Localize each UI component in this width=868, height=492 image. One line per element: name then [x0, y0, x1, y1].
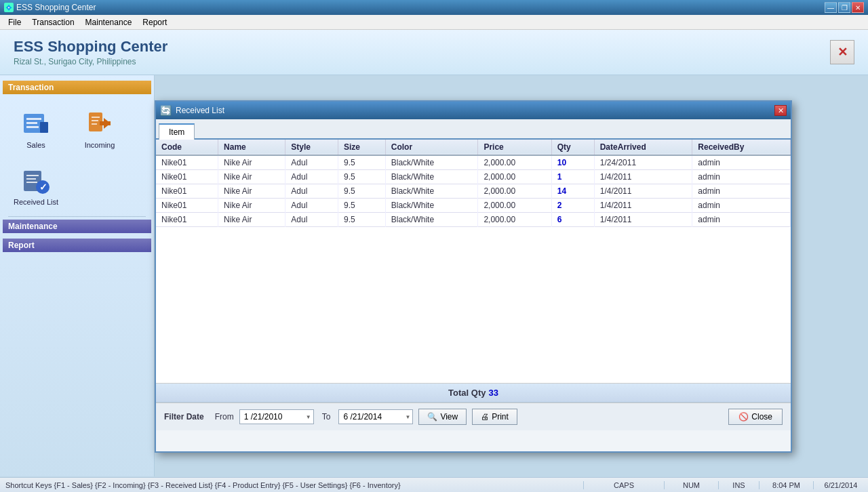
sidebar-item-received-list[interactable]: ✓ Received List — [5, 159, 66, 211]
sidebar-item-incoming[interactable]: Incoming — [69, 102, 130, 154]
table-cell: admin — [692, 170, 791, 184]
from-date-select[interactable]: 1 /21/2010 — [239, 409, 314, 424]
received-list-icon: ✓ — [20, 164, 52, 197]
table-cell: Nike01 — [156, 170, 218, 184]
title-bar-text: ESS Shopping Center — [16, 3, 96, 12]
received-list-table-container[interactable]: Code Name Style Size Color Price Qty Dat… — [156, 140, 791, 384]
sidebar-transaction-items: Sales Incoming — [3, 100, 151, 157]
table-row: Nike01Nike AirAdul9.5Black/White2,000.00… — [156, 184, 791, 199]
sales-icon — [20, 107, 52, 140]
restore-button[interactable]: ❐ — [838, 2, 850, 13]
close-dialog-button[interactable]: 🚫 Close — [728, 409, 783, 425]
status-num: NUM — [665, 481, 719, 489]
title-bar-left: 💠 ESS Shopping Center — [4, 3, 96, 12]
table-cell: Black/White — [385, 170, 478, 184]
table-row: Nike01Nike AirAdul9.5Black/White2,000.00… — [156, 155, 791, 170]
close-window-button[interactable]: ✕ — [852, 2, 864, 13]
menu-report[interactable]: Report — [137, 16, 172, 28]
table-cell: 2 — [551, 199, 594, 213]
table-cell: Nike Air — [218, 213, 285, 227]
total-qty-value: 33 — [488, 388, 498, 398]
table-cell: Nike01 — [156, 155, 218, 170]
dialog-title-text: Received List — [176, 106, 224, 115]
title-bar: 💠 ESS Shopping Center — ❐ ✕ — [0, 0, 868, 15]
sidebar-report-section: Report — [3, 239, 151, 252]
table-cell: admin — [692, 213, 791, 227]
menu-file[interactable]: File — [3, 16, 26, 28]
view-icon: 🔍 — [427, 412, 437, 422]
sales-label: Sales — [26, 141, 45, 149]
sidebar-report-header: Report — [3, 239, 151, 252]
view-label: View — [440, 412, 458, 422]
table-cell: 9.5 — [338, 155, 386, 170]
table-row: Nike01Nike AirAdul9.5Black/White2,000.00… — [156, 199, 791, 213]
table-cell: Nike Air — [218, 199, 285, 213]
header-close-button[interactable]: ✕ — [830, 40, 854, 64]
col-header-color: Color — [385, 140, 478, 155]
svg-rect-8 — [92, 120, 98, 121]
table-cell: Nike Air — [218, 184, 285, 199]
filter-to-label: To — [322, 412, 331, 422]
table-cell: 6 — [551, 213, 594, 227]
table-cell: Adul — [285, 199, 338, 213]
table-cell: 9.5 — [338, 199, 386, 213]
col-header-received-by: ReceivedBy — [692, 140, 791, 155]
title-bar-buttons: — ❐ ✕ — [825, 2, 864, 13]
app-info: ESS Shopping Center Rizal St., Surigao C… — [14, 38, 167, 66]
table-cell: Nike01 — [156, 199, 218, 213]
svg-rect-10 — [100, 121, 111, 125]
svg-rect-2 — [26, 122, 37, 124]
dialog-close-x-button[interactable]: ✕ — [774, 105, 787, 116]
total-bar: Total Qty 33 — [156, 384, 791, 403]
sidebar-item-sales[interactable]: Sales — [5, 102, 66, 154]
print-label: Print — [492, 412, 509, 422]
col-header-price: Price — [478, 140, 551, 155]
menu-transaction[interactable]: Transaction — [26, 16, 79, 28]
status-ins: INS — [719, 481, 760, 489]
status-bar: Shortcut Keys {F1 - Sales} {F2 - Incomin… — [0, 477, 868, 492]
view-button[interactable]: 🔍 View — [418, 409, 467, 425]
svg-rect-7 — [92, 117, 100, 118]
table-cell: Black/White — [385, 199, 478, 213]
received-list-dialog: 🔄 Received List ✕ Item Code Name Style S… — [155, 100, 792, 453]
minimize-button[interactable]: — — [825, 2, 837, 13]
table-cell: 2,000.00 — [478, 199, 551, 213]
total-qty-label: Total Qty — [448, 388, 486, 398]
app-title: ESS Shopping Center — [14, 38, 167, 56]
table-cell: Black/White — [385, 155, 478, 170]
svg-rect-4 — [40, 122, 48, 133]
table-cell: 1/4/2011 — [594, 170, 692, 184]
tab-item[interactable]: Item — [159, 123, 195, 140]
filter-bar: Filter Date From 1 /21/2010 To 6 /21/201… — [156, 403, 791, 430]
table-cell: Black/White — [385, 184, 478, 199]
status-caps: CAPS — [583, 481, 665, 489]
table-cell: admin — [692, 184, 791, 199]
dialog-icon: 🔄 — [160, 105, 172, 116]
svg-rect-3 — [26, 126, 39, 128]
table-cell: 9.5 — [338, 213, 386, 227]
svg-rect-9 — [92, 123, 97, 125]
received-list-table: Code Name Style Size Color Price Qty Dat… — [156, 140, 791, 227]
col-header-code: Code — [156, 140, 218, 155]
print-button[interactable]: 🖨 Print — [472, 409, 517, 425]
menu-maintenance[interactable]: Maintenance — [80, 16, 138, 28]
svg-rect-1 — [26, 118, 41, 120]
svg-rect-12 — [26, 175, 39, 176]
from-date-wrapper: 1 /21/2010 — [239, 409, 314, 424]
table-cell: 1/4/2011 — [594, 184, 692, 199]
table-cell: 1/4/2011 — [594, 199, 692, 213]
table-header-row: Code Name Style Size Color Price Qty Dat… — [156, 140, 791, 155]
app-icon: 💠 — [4, 3, 14, 12]
table-cell: Adul — [285, 170, 338, 184]
svg-rect-13 — [26, 178, 36, 180]
sidebar-transaction-items2: ✓ Received List — [3, 157, 151, 213]
to-date-select[interactable]: 6 /21/2014 — [338, 409, 413, 424]
dialog-tabs: Item — [156, 119, 791, 140]
dialog-title-left: 🔄 Received List — [160, 105, 224, 116]
app-subtitle: Rizal St., Surigao City, Philippines — [14, 57, 167, 66]
sidebar-transaction-header: Transaction — [3, 81, 151, 94]
table-cell: Black/White — [385, 213, 478, 227]
table-row: Nike01Nike AirAdul9.5Black/White2,000.00… — [156, 170, 791, 184]
table-cell: 14 — [551, 184, 594, 199]
table-cell: Nike Air — [218, 170, 285, 184]
